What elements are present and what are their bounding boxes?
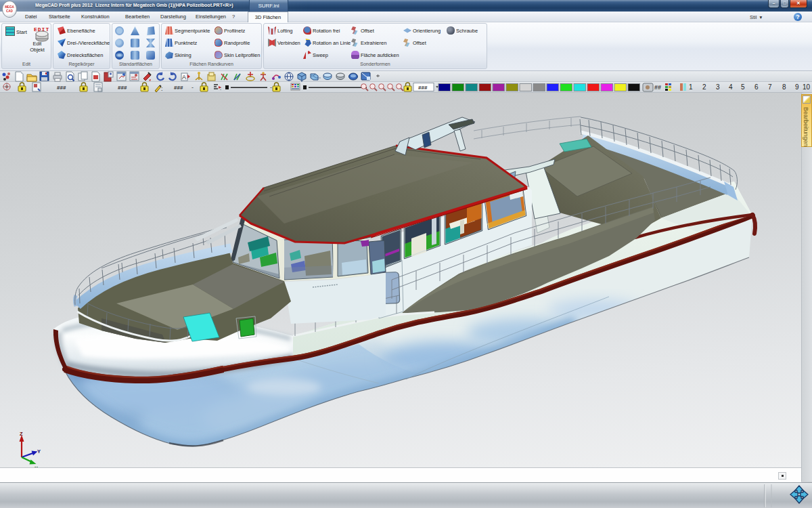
svg-text:##: ## bbox=[654, 84, 661, 91]
svg-text:4: 4 bbox=[729, 83, 733, 91]
svg-text:A: A bbox=[182, 74, 186, 81]
svg-text:2: 2 bbox=[702, 83, 706, 91]
svg-text:-: - bbox=[191, 84, 194, 91]
svg-text:10: 10 bbox=[803, 83, 811, 91]
svg-text:7: 7 bbox=[768, 83, 772, 91]
svg-text:Y: Y bbox=[37, 448, 41, 454]
svg-text:###: ### bbox=[118, 85, 127, 91]
svg-text:3: 3 bbox=[716, 83, 720, 91]
svg-text:9: 9 bbox=[795, 83, 799, 91]
svg-text:8: 8 bbox=[782, 83, 786, 91]
svg-text:###: ### bbox=[57, 85, 66, 91]
svg-text:Z: Z bbox=[20, 431, 23, 437]
svg-text:5: 5 bbox=[741, 83, 745, 91]
svg-text::: : bbox=[161, 85, 163, 92]
svg-text:###: ### bbox=[174, 85, 183, 91]
svg-text:1: 1 bbox=[689, 83, 693, 91]
svg-text::: : bbox=[220, 85, 221, 91]
svg-text:-: - bbox=[270, 84, 272, 91]
svg-text:6: 6 bbox=[754, 83, 759, 91]
svg-text:###: ### bbox=[418, 85, 428, 91]
